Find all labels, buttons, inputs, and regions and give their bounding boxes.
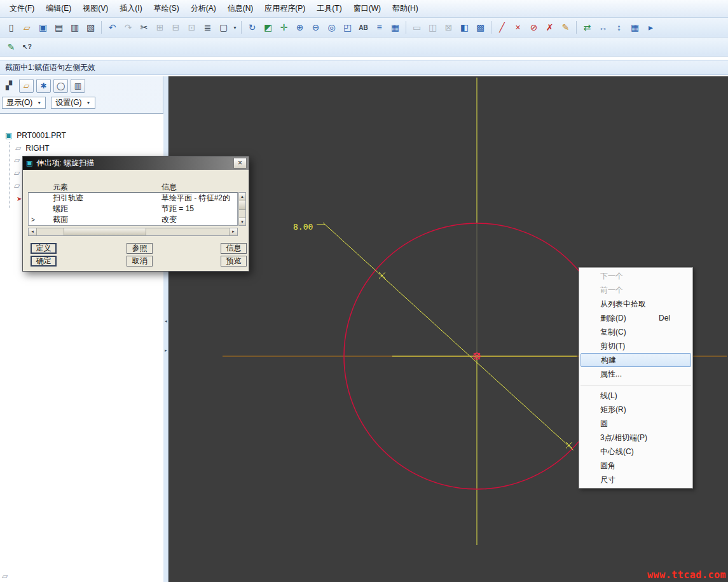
vertical-scrollbar[interactable]: ▲ ▼ bbox=[238, 192, 246, 226]
open-file-icon[interactable]: ▱ bbox=[19, 20, 35, 35]
zoom-in-icon[interactable]: ⊕ bbox=[292, 20, 308, 35]
modify-dims-icon[interactable]: ✎ bbox=[558, 20, 573, 35]
scroll-up-icon[interactable]: ▲ bbox=[239, 193, 245, 200]
context-menu-item-construct[interactable]: 构建 bbox=[580, 353, 691, 367]
dimension-value[interactable]: 8.00 bbox=[293, 222, 313, 232]
context-menu-item-fillet[interactable]: 圆角 bbox=[579, 459, 692, 473]
swap-views-icon[interactable]: ⇄ bbox=[579, 20, 595, 35]
select-box-dropdown-icon[interactable]: ▼ bbox=[231, 20, 238, 35]
diameter-construction-line[interactable] bbox=[323, 223, 573, 450]
menu-edit[interactable]: 编辑(E) bbox=[40, 1, 77, 17]
layers-icon[interactable]: ≡ bbox=[371, 20, 387, 35]
erase-icon[interactable]: ▧ bbox=[83, 20, 99, 35]
history-icon[interactable]: ◯ bbox=[53, 79, 68, 93]
tree-item-part[interactable]: ▣ PRT0001.PRT bbox=[0, 129, 163, 142]
status-message: 截面中1:赋值语句左侧无效 bbox=[5, 63, 95, 72]
new-file-icon[interactable]: ▯ bbox=[3, 20, 19, 35]
panel-splitter[interactable]: ◄ ► bbox=[163, 76, 168, 582]
tree-item-right-plane[interactable]: ▱ RIGHT bbox=[0, 142, 163, 155]
repaint-icon[interactable]: ↻ bbox=[244, 20, 260, 35]
context-menu-item-properties[interactable]: 属性... bbox=[579, 367, 692, 381]
context-menu-item-centerline[interactable]: 中心线(C) bbox=[579, 445, 692, 459]
menu-analysis[interactable]: 分析(A) bbox=[185, 1, 222, 17]
element-row-trajectory[interactable]: 扫引轨迹 草绘平面 - 特征#2的 bbox=[29, 193, 237, 204]
insert-here-icon[interactable]: ➤ bbox=[17, 195, 22, 202]
datum-plane-icon[interactable]: ▱ bbox=[14, 169, 20, 177]
constraints-icon[interactable]: ✗ bbox=[542, 20, 558, 35]
element-row-section[interactable]: > 截面 改变 bbox=[29, 214, 237, 225]
menu-file[interactable]: 文件(F) bbox=[4, 1, 40, 17]
print-icon[interactable]: ▤ bbox=[51, 20, 67, 35]
context-menu-item-copy[interactable]: 复制(C) bbox=[579, 325, 692, 339]
sketch-line-icon[interactable]: ╱ bbox=[494, 20, 510, 35]
context-menu-item-circle[interactable]: 圆 bbox=[579, 417, 692, 431]
regenerate-icon[interactable]: ≣ bbox=[200, 20, 216, 35]
display-mode-icon[interactable]: ◧ bbox=[457, 20, 472, 35]
element-row-pitch[interactable]: 螺距 节距 = 15 bbox=[29, 204, 237, 214]
column-display-icon[interactable]: ▥ bbox=[71, 79, 85, 93]
print-setup-icon[interactable]: ▥ bbox=[67, 20, 83, 35]
fit-height-icon[interactable]: ↕ bbox=[611, 20, 627, 35]
shade-icon[interactable]: ◩ bbox=[260, 20, 276, 35]
context-menu-item-line[interactable]: 线(L) bbox=[579, 389, 692, 403]
settings-dropdown[interactable]: 设置(G) ▼ bbox=[51, 97, 95, 109]
menu-insert[interactable]: 插入(I) bbox=[114, 1, 148, 17]
context-menu-item-delete[interactable]: 删除(D)Del bbox=[579, 311, 692, 325]
cancel-button[interactable]: 取消 bbox=[127, 256, 153, 267]
collapse-panel-icon[interactable]: ◄ bbox=[163, 319, 168, 323]
context-menu-item-cut[interactable]: 剪切(T) bbox=[579, 339, 692, 353]
sketcher-mode-icon[interactable]: ✎ bbox=[3, 39, 19, 54]
tree-columns-icon[interactable]: ▞ bbox=[1, 79, 17, 93]
scrollbar-thumb[interactable] bbox=[64, 228, 146, 235]
context-menu-item-dimension[interactable]: 尺寸 bbox=[579, 473, 692, 487]
zoom-out-icon[interactable]: ⊖ bbox=[308, 20, 324, 35]
info-button[interactable]: 信息 bbox=[221, 243, 247, 254]
divide-entity-icon[interactable]: ⊘ bbox=[526, 20, 542, 35]
menu-applications[interactable]: 应用程序(P) bbox=[259, 1, 311, 17]
main-area: ▞ ▱ ✱ ◯ ▥ 显示(O) ▼ 设置(G) ▼ ▣ PRT0001 bbox=[0, 76, 728, 582]
context-menu-item-rectangle[interactable]: 矩形(R) bbox=[579, 403, 692, 417]
preview-button[interactable]: 预览 bbox=[221, 256, 247, 267]
menu-item-label: 尺寸 bbox=[600, 475, 615, 484]
horizontal-scrollbar[interactable]: ◄ ► bbox=[28, 228, 238, 236]
saved-orientations-icon[interactable]: AB bbox=[355, 20, 371, 35]
show-dropdown[interactable]: 显示(O) ▼ bbox=[2, 97, 46, 109]
menu-window[interactable]: 窗口(W) bbox=[348, 1, 387, 17]
ok-button[interactable]: 确定 bbox=[31, 256, 57, 267]
dialog-titlebar[interactable]: ▣ 伸出项: 螺旋扫描 × bbox=[23, 156, 249, 170]
view-manager-icon[interactable]: ▦ bbox=[387, 20, 403, 35]
delete-segment-icon[interactable]: × bbox=[510, 20, 526, 35]
datum-plane-icon[interactable]: ▱ bbox=[14, 156, 20, 165]
undo-icon[interactable]: ↶ bbox=[104, 20, 120, 35]
cut-icon[interactable]: ✂ bbox=[136, 20, 152, 35]
context-menu-item-3point-tangent[interactable]: 3点/相切端(P) bbox=[579, 431, 692, 445]
favorites-icon[interactable]: ✱ bbox=[36, 79, 51, 93]
zoom-box-icon[interactable]: ◰ bbox=[340, 20, 355, 35]
scroll-left-icon[interactable]: ◄ bbox=[29, 228, 37, 235]
screen-toggle-icon[interactable]: ▩ bbox=[472, 20, 488, 35]
toolbar-overflow-icon[interactable]: ▸ bbox=[643, 20, 659, 35]
select-box-icon[interactable]: ▢ bbox=[216, 20, 231, 35]
spin-center-icon[interactable]: ✛ bbox=[276, 20, 292, 35]
context-help-icon[interactable]: ↖? bbox=[19, 39, 35, 54]
define-button[interactable]: 定义 bbox=[31, 243, 57, 254]
menu-info[interactable]: 信息(N) bbox=[222, 1, 259, 17]
grid-icon[interactable]: ▦ bbox=[627, 20, 643, 35]
datum-plane-icon[interactable]: ▱ bbox=[14, 181, 20, 190]
save-icon[interactable]: ▣ bbox=[35, 20, 51, 35]
scroll-right-icon[interactable]: ► bbox=[229, 228, 237, 235]
folder-browser-icon[interactable]: ▱ bbox=[19, 79, 34, 93]
context-menu-item-pick-from-list[interactable]: 从列表中拾取 bbox=[579, 297, 692, 311]
menu-help[interactable]: 帮助(H) bbox=[387, 1, 424, 17]
menu-sketch[interactable]: 草绘(S) bbox=[148, 1, 185, 17]
graphics-area[interactable]: 8.00 下一个 前一个 从列表中拾取 删除(D)Del 复制(C) 剪切(T)… bbox=[168, 76, 728, 582]
refit-icon[interactable]: ◎ bbox=[324, 20, 340, 35]
fit-width-icon[interactable]: ↔ bbox=[595, 20, 611, 35]
references-button[interactable]: 参照 bbox=[127, 243, 153, 254]
close-icon[interactable]: × bbox=[233, 158, 247, 169]
expand-panel-icon[interactable]: ► bbox=[163, 349, 168, 352]
scroll-down-icon[interactable]: ▼ bbox=[239, 218, 245, 225]
menu-view[interactable]: 视图(V) bbox=[77, 1, 114, 17]
menu-tools[interactable]: 工具(T) bbox=[311, 1, 347, 17]
scrollbar-thumb[interactable] bbox=[239, 201, 245, 210]
